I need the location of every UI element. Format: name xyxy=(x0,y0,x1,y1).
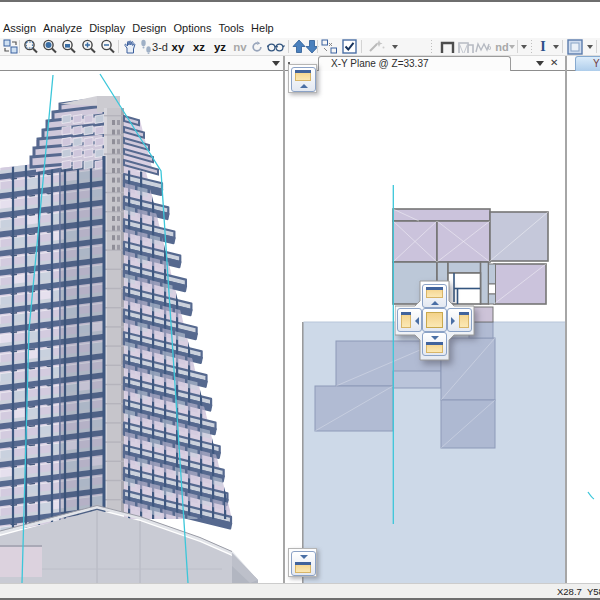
nd-caret-icon xyxy=(508,38,516,55)
dock-cross-right[interactable] xyxy=(447,308,472,332)
dock-arrow-right-icon xyxy=(451,317,455,325)
dock-arrow-left-icon xyxy=(415,317,419,325)
toolbar-separator xyxy=(596,40,597,53)
toolbar-separator xyxy=(517,40,518,53)
dock-guide-top[interactable] xyxy=(288,64,317,93)
walk-icon[interactable] xyxy=(139,38,153,55)
dock-cross-bottom[interactable] xyxy=(422,332,447,356)
dock-window-glyph xyxy=(426,312,443,328)
toolbar-separator xyxy=(562,40,563,53)
pane-plan-titlebar[interactable]: X-Y Plane @ Z=33.37 ✕ xyxy=(285,56,565,71)
right-view-drawing xyxy=(567,72,600,583)
draw-area-icon[interactable] xyxy=(566,38,584,55)
view-xy-button[interactable]: xy xyxy=(169,38,187,55)
view-xz-button[interactable]: xz xyxy=(190,38,208,55)
toolbar-separator xyxy=(430,40,433,53)
pane-right-title: Y xyxy=(593,58,600,69)
section-i-beam-icon[interactable]: I xyxy=(537,38,549,55)
app-window: AssignAnalyzeDisplayDesignOptionsToolsHe… xyxy=(0,0,600,600)
dock-window-glyph xyxy=(295,562,311,573)
pane-plan-tab[interactable]: X-Y Plane @ Z=33.37 xyxy=(318,56,511,71)
dock-guide-cross xyxy=(395,280,475,361)
rotate-3d-icon[interactable] xyxy=(249,38,265,55)
dock-cross-top[interactable] xyxy=(422,284,447,308)
dock-guide-bottom[interactable] xyxy=(288,548,317,577)
menu-item-tools[interactable]: Tools xyxy=(215,19,247,37)
pane-3d-view xyxy=(0,56,285,583)
3d-building-view xyxy=(0,72,283,583)
toolbar: 3-dxyxzyznvndI xyxy=(0,38,600,56)
toolbar-separator xyxy=(19,40,20,53)
toolbar-separator xyxy=(530,40,533,53)
status-bar: X28.7 Y58. xyxy=(0,583,600,598)
menu-item-display[interactable]: Display xyxy=(86,19,128,37)
dock-guide-bottom-inner xyxy=(291,551,316,576)
workspace: X-Y Plane @ Z=33.37 ✕ Y xyxy=(0,56,600,583)
window-title-strip xyxy=(0,2,600,18)
dock-cross-center[interactable] xyxy=(422,308,447,332)
area-caret-icon[interactable] xyxy=(585,38,595,55)
dock-arrow-down-icon xyxy=(431,336,439,340)
zoom-out-icon[interactable] xyxy=(99,38,116,55)
pane-right-titlebar[interactable]: Y xyxy=(567,56,600,71)
view-3d-button[interactable]: 3-d xyxy=(152,38,168,55)
frame-caret-icon[interactable] xyxy=(519,38,529,55)
dock-window-glyph xyxy=(459,312,469,328)
ibeam-caret-icon[interactable] xyxy=(551,38,561,55)
pane-plan-menu-caret-icon[interactable] xyxy=(536,61,544,66)
dock-window-glyph xyxy=(426,287,443,298)
dock-window-glyph xyxy=(295,70,311,81)
status-coordinates: X28.7 Y58. xyxy=(557,585,600,598)
dock-arrow-up-icon xyxy=(300,84,308,88)
zoom-previous-icon[interactable] xyxy=(60,38,77,55)
menu-item-analyze[interactable]: Analyze xyxy=(40,19,85,37)
pane-plan-title: X-Y Plane @ Z=33.37 xyxy=(331,58,429,69)
wand-caret-icon[interactable] xyxy=(390,38,400,55)
pane-right-content[interactable] xyxy=(567,72,600,583)
view-yz-button[interactable]: yz xyxy=(211,38,229,55)
menu-item-design[interactable]: Design xyxy=(129,19,169,37)
menu-item-assign[interactable]: Assign xyxy=(0,19,39,37)
toolbar-separator xyxy=(317,40,318,53)
zoom-full-view-icon[interactable] xyxy=(41,38,58,55)
toolbar-separator xyxy=(118,40,119,53)
pane-3d-menu-caret-icon[interactable] xyxy=(272,61,280,66)
dock-window-glyph xyxy=(401,312,411,328)
dock-guide-top-inner xyxy=(291,67,316,92)
pane-3d-content[interactable] xyxy=(0,72,283,583)
pane-right-tab[interactable]: Y xyxy=(575,56,600,71)
pane-right-view: Y xyxy=(567,56,600,583)
display-options-checkbox-icon[interactable] xyxy=(341,38,358,55)
refresh-window-icon[interactable] xyxy=(2,38,18,55)
toolbar-separator xyxy=(288,40,289,53)
wand-icon xyxy=(366,38,388,55)
zoom-rubber-band-icon[interactable] xyxy=(22,38,39,55)
shrink-objects-icon[interactable] xyxy=(320,38,339,55)
menu-item-help[interactable]: Help xyxy=(248,19,277,37)
menu-item-options[interactable]: Options xyxy=(171,19,215,37)
pane-plan-close-icon[interactable]: ✕ xyxy=(550,57,558,68)
dock-arrow-down-icon xyxy=(300,555,308,559)
perspective-glasses-icon[interactable] xyxy=(266,38,286,55)
dock-cross-left[interactable] xyxy=(397,308,422,332)
toolbar-separator xyxy=(361,40,362,53)
pan-hand-icon[interactable] xyxy=(121,38,139,55)
dock-arrow-up-icon xyxy=(431,301,439,305)
zoom-in-icon[interactable] xyxy=(80,38,97,55)
view-nv-button[interactable]: nv xyxy=(231,38,249,55)
draw-link-icon xyxy=(474,38,492,55)
pane-3d-titlebar[interactable] xyxy=(0,56,283,71)
menu-bar: AssignAnalyzeDisplayDesignOptionsToolsHe… xyxy=(0,18,600,38)
dock-window-glyph xyxy=(426,342,443,353)
draw-braced-frame-icon xyxy=(457,38,475,55)
draw-frame-icon[interactable] xyxy=(439,38,456,55)
